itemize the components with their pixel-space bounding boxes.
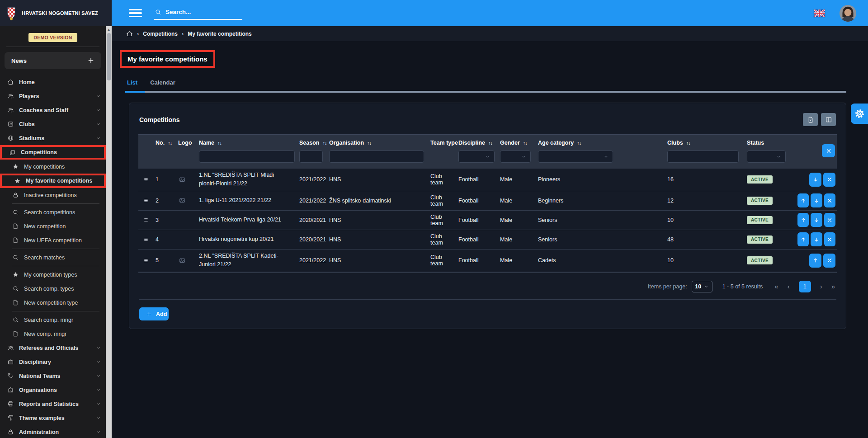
menu-toggle-button[interactable]	[129, 9, 142, 18]
sidebar-item[interactable]: My competition types	[0, 268, 106, 282]
next-page-button[interactable]: ›	[820, 283, 822, 290]
sidebar-item[interactable]: Organisations	[0, 383, 106, 397]
breadcrumb-competitions[interactable]: Competitions	[143, 31, 178, 37]
cell-gender: Male	[500, 257, 538, 264]
discipline-filter-select[interactable]	[458, 151, 495, 163]
tab-list[interactable]: List	[127, 79, 137, 91]
row-drag-icon[interactable]	[143, 217, 149, 223]
page-content: My favorite competitions List Calendar C…	[112, 41, 868, 438]
move-up-button[interactable]	[797, 232, 809, 246]
lock-icon	[7, 429, 14, 435]
row-drag-icon[interactable]	[143, 236, 149, 242]
tab-underline	[125, 91, 846, 93]
sidebar-item[interactable]: Competitions	[0, 145, 106, 160]
add-button[interactable]: Add	[139, 307, 169, 320]
move-up-button[interactable]	[797, 193, 809, 207]
sidebar-scrollbar[interactable]: ▲	[106, 26, 112, 438]
last-page-button[interactable]: »	[831, 283, 835, 290]
sidebar-item[interactable]: Reports and Statistics	[0, 397, 106, 411]
items-per-page-select[interactable]: 10	[692, 281, 712, 292]
sidebar-item[interactable]: New competition type	[0, 296, 106, 310]
sidebar-item[interactable]: Theme examples	[0, 411, 106, 425]
remove-favorite-button[interactable]	[824, 213, 835, 227]
sidebar-item[interactable]: National Teams	[0, 369, 106, 383]
arrow-up-icon	[800, 236, 807, 243]
sidebar-item[interactable]: New UEFA competition	[0, 233, 106, 247]
row-drag-icon[interactable]	[143, 177, 149, 183]
cell-name: Hrvatski Telekom Prva liga 20/21	[199, 216, 299, 224]
plus-icon[interactable]	[87, 57, 94, 64]
sidebar-item[interactable]: Stadiums	[0, 131, 106, 145]
sidebar-item[interactable]: Disciplinary	[0, 355, 106, 369]
sidebar-item[interactable]: Referees and Officials	[0, 341, 106, 355]
move-down-button[interactable]	[811, 213, 822, 227]
name-filter-input[interactable]	[199, 151, 295, 163]
column-settings-button[interactable]	[821, 113, 836, 126]
clear-filters-button[interactable]	[822, 144, 835, 157]
sidebar-item[interactable]: Home	[0, 75, 106, 89]
sidebar-item[interactable]: Search comp. types	[0, 282, 106, 296]
row-drag-icon[interactable]	[143, 198, 149, 203]
sidebar-item[interactable]: New competition	[0, 219, 106, 233]
sidebar-item[interactable]: Players	[0, 89, 106, 103]
sort-season[interactable]: ↑↓	[322, 140, 326, 146]
scrollbar-up-arrow[interactable]: ▲	[106, 27, 112, 33]
sidebar-item[interactable]: Administration	[0, 425, 106, 438]
sidebar-item[interactable]: Search competitions	[0, 205, 106, 219]
remove-favorite-button[interactable]	[823, 254, 835, 268]
sidebar-item[interactable]: My competitions	[0, 160, 106, 174]
move-up-button[interactable]	[797, 213, 809, 227]
sidebar-item[interactable]: Clubs	[0, 117, 106, 131]
sidebar-item[interactable]: Coaches and Staff	[0, 103, 106, 117]
breadcrumb-current[interactable]: My favorite competitions	[188, 31, 251, 37]
gender-filter-select[interactable]	[500, 151, 531, 163]
move-down-button[interactable]	[809, 173, 821, 187]
sidebar-item[interactable]: New comp. mngr	[0, 327, 106, 341]
move-up-button[interactable]	[809, 254, 821, 268]
sidebar-logo[interactable]: HRVATSKI NOGOMETNI SAVEZ	[0, 0, 112, 26]
sort-organisation[interactable]: ↑↓	[367, 140, 371, 146]
chevron-down-icon	[95, 359, 101, 365]
sort-age-category[interactable]: ↑↓	[577, 140, 581, 146]
sort-discipline[interactable]: ↑↓	[488, 140, 492, 146]
status-badge: ACTIVE	[747, 216, 773, 224]
search-icon	[155, 9, 161, 15]
sidebar-item[interactable]: Inactive competitions	[0, 188, 106, 202]
users-icon	[7, 344, 14, 351]
status-filter-select[interactable]	[747, 151, 786, 163]
age-category-filter-select[interactable]	[538, 151, 613, 163]
news-panel[interactable]: News	[5, 52, 101, 69]
sort-clubs[interactable]: ↑↓	[686, 140, 690, 146]
global-search-input[interactable]: Search...	[154, 6, 242, 20]
organisation-filter-input[interactable]	[329, 151, 424, 163]
sort-gender[interactable]: ↑↓	[523, 140, 527, 146]
move-down-button[interactable]	[811, 232, 822, 246]
language-flag-uk[interactable]	[814, 9, 825, 17]
cell-organisation: ŽNS splitsko-dalmatinski	[329, 198, 430, 204]
sort-no[interactable]: ↑↓	[168, 140, 172, 146]
close-icon	[826, 176, 833, 183]
page-number-button[interactable]: 1	[799, 281, 811, 292]
first-page-button[interactable]: «	[774, 283, 778, 290]
sort-name[interactable]: ↑↓	[217, 140, 222, 146]
remove-favorite-button[interactable]	[824, 232, 835, 246]
season-filter-input[interactable]	[299, 151, 323, 163]
user-avatar[interactable]	[840, 5, 856, 22]
tab-calendar[interactable]: Calendar	[150, 79, 175, 91]
cell-gender: Male	[500, 198, 538, 204]
export-excel-button[interactable]	[803, 113, 818, 126]
row-drag-icon[interactable]	[143, 258, 149, 264]
sidebar-item[interactable]: Search matches	[0, 250, 106, 264]
status-badge: ACTIVE	[747, 256, 773, 264]
scrollbar-thumb[interactable]	[107, 33, 111, 80]
remove-favorite-button[interactable]	[824, 193, 835, 207]
clubs-filter-input[interactable]	[667, 151, 739, 163]
remove-favorite-button[interactable]	[823, 173, 835, 187]
home-icon[interactable]	[126, 30, 133, 37]
theme-settings-button[interactable]	[851, 104, 868, 124]
prev-page-button[interactable]: ‹	[788, 283, 790, 290]
sidebar-item[interactable]: My favorite competitions	[0, 174, 106, 188]
cell-team-type: Club team	[430, 194, 458, 207]
sidebar-item[interactable]: Search comp. mngr	[0, 313, 106, 327]
move-down-button[interactable]	[811, 193, 822, 207]
